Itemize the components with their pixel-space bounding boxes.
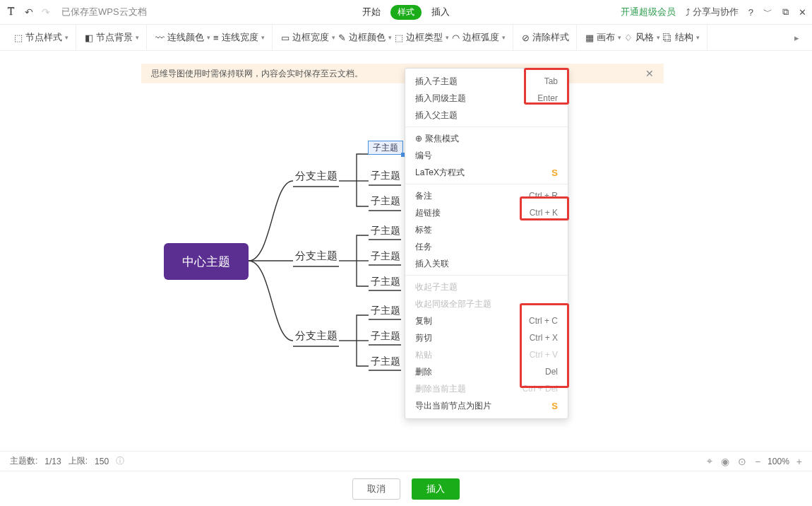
camera-icon[interactable]: ⌖ — [707, 455, 712, 467]
style-toolbar: ⬚ 节点样式▾ ◧ 节点背景▾ 〰 连线颜色▾ ≡ 连线宽度▾ ▭ 边框宽度▾ … — [0, 24, 812, 51]
sub-node[interactable]: 子主题 — [371, 250, 400, 263]
vip-link[interactable]: 开通超级会员 — [621, 6, 676, 18]
sub-node[interactable]: 子主题 — [371, 170, 400, 182]
target-icon[interactable]: ⊙ — [738, 456, 746, 467]
branch-node[interactable]: 分支主题 — [295, 249, 338, 263]
ctx-tag[interactable]: 标签 — [405, 221, 568, 238]
undo-icon[interactable]: ↶ — [25, 6, 33, 18]
line-width-button[interactable]: ≡ 连线宽度▾ — [213, 31, 265, 44]
eye-icon[interactable]: ◉ — [721, 456, 729, 467]
redo-icon[interactable]: ↷ — [42, 6, 50, 18]
share-link[interactable]: ⤴分享与协作 — [686, 6, 739, 18]
ctx-export[interactable]: 导出当前节点为图片S — [405, 397, 568, 414]
topic-limit-label: 上限: — [68, 455, 88, 467]
style-template-button[interactable]: ♢ 风格▾ — [624, 31, 660, 44]
ctx-cut[interactable]: 剪切Ctrl + X — [405, 329, 568, 346]
context-menu: 插入子主题Tab 插入同级主题Enter 插入父主题 ⊕聚焦模式 编号 LaTe… — [405, 68, 568, 419]
line-color-button[interactable]: 〰 连线颜色▾ — [155, 31, 210, 44]
format-icon[interactable] — [6, 6, 16, 18]
zoom-in-button[interactable]: + — [796, 456, 802, 467]
sub-node[interactable]: 子主题 — [371, 195, 400, 208]
status-bar: 主题数: 1/13 上限: 150 ⓘ ⌖ ◉ ⊙ − 100% + — [0, 451, 812, 471]
border-arc-button[interactable]: ◠ 边框弧度▾ — [452, 31, 506, 44]
topic-count-label: 主题数: — [10, 455, 37, 467]
sub-node[interactable]: 子主题 — [371, 276, 400, 288]
ctx-collapse-all-sib: 收起同级全部子主题 — [405, 295, 568, 312]
vip-coin-icon: S — [551, 167, 558, 178]
ctx-latex[interactable]: LaTeX方程式S — [405, 164, 568, 181]
vip-coin-icon: S — [551, 401, 558, 411]
border-color-button[interactable]: ✎ 边框颜色▾ — [338, 31, 392, 44]
tab-insert[interactable]: 插入 — [431, 6, 450, 18]
sub-node[interactable]: 子主题 — [371, 355, 400, 368]
border-width-button[interactable]: ▭ 边框宽度▾ — [281, 31, 335, 44]
ctx-insert-parent[interactable]: 插入父主题 — [405, 107, 568, 124]
window-min-icon[interactable]: ﹀ — [763, 6, 772, 18]
bottom-bar: 取消 插入 — [0, 471, 812, 506]
ctx-relation[interactable]: 插入关联 — [405, 255, 568, 272]
help-icon[interactable]: ? — [748, 7, 753, 18]
ctx-delete-current: 删除当前主题Ctrl + Del — [405, 380, 568, 397]
structure-button[interactable]: ⿻ 结构▾ — [663, 31, 700, 44]
ctx-task[interactable]: 任务 — [405, 238, 568, 255]
border-type-button[interactable]: ⬚ 边框类型▾ — [395, 31, 449, 44]
ctx-focus[interactable]: ⊕聚焦模式 — [405, 130, 568, 147]
save-status: 已保存至WPS云文档 — [61, 6, 147, 18]
node-style-button[interactable]: ⬚ 节点样式▾ — [14, 31, 68, 44]
ctx-note[interactable]: 备注Ctrl + R — [405, 187, 568, 204]
branch-node[interactable]: 分支主题 — [295, 329, 338, 343]
canvas-button[interactable]: ▦ 画布▾ — [585, 31, 621, 44]
center-node[interactable]: 中心主题 — [164, 243, 249, 280]
ctx-collapse-child: 收起子主题 — [405, 278, 568, 295]
ctx-insert-sibling[interactable]: 插入同级主题Enter — [405, 90, 568, 107]
ctx-delete[interactable]: 删除Del — [405, 363, 568, 380]
zoom-value: 100% — [768, 457, 789, 466]
ctx-insert-child[interactable]: 插入子主题Tab — [405, 73, 568, 90]
ctx-copy[interactable]: 复制Ctrl + C — [405, 312, 568, 329]
cancel-button[interactable]: 取消 — [352, 478, 400, 500]
ctx-link[interactable]: 超链接Ctrl + K — [405, 204, 568, 221]
topic-count-value: 1/13 — [44, 457, 61, 466]
insert-button[interactable]: 插入 — [412, 478, 460, 500]
selected-sub-node[interactable]: 子主题 — [368, 141, 403, 155]
toolbar-more-icon[interactable]: ▸ — [789, 33, 805, 43]
clear-style-button[interactable]: ⊘ 清除样式 — [522, 31, 569, 44]
topic-limit-value: 150 — [95, 457, 109, 466]
window-pop-icon[interactable]: ⧉ — [782, 6, 789, 18]
zoom-out-button[interactable]: − — [755, 456, 760, 467]
branch-node[interactable]: 分支主题 — [295, 170, 338, 183]
sub-node[interactable]: 子主题 — [371, 305, 400, 317]
window-close-icon[interactable]: ✕ — [799, 7, 806, 18]
top-bar: ↶ ↷ 已保存至WPS云文档 开始 样式 插入 开通超级会员 ⤴分享与协作 ? … — [0, 0, 812, 24]
info-icon[interactable]: ⓘ — [116, 455, 124, 467]
sub-node[interactable]: 子主题 — [371, 225, 400, 237]
tab-start[interactable]: 开始 — [362, 6, 381, 18]
tab-style[interactable]: 样式 — [390, 5, 422, 20]
ctx-paste: 粘贴Ctrl + V — [405, 346, 568, 363]
sub-node[interactable]: 子主题 — [371, 330, 400, 343]
ctx-number[interactable]: 编号 — [405, 147, 568, 164]
node-bg-button[interactable]: ◧ 节点背景▾ — [85, 31, 139, 44]
